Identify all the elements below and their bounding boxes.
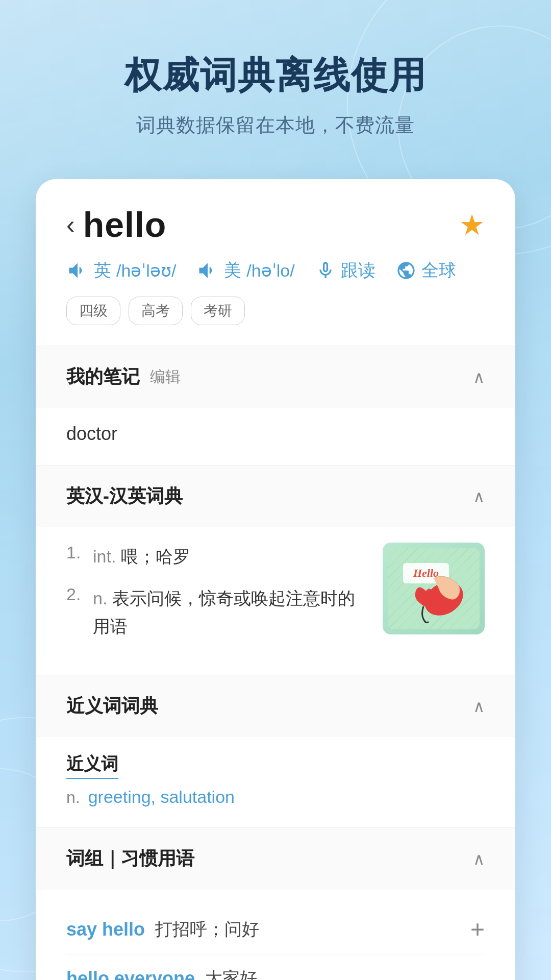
dictionary-card: ‹ hello ★ 英 /həˈləʊ/ 美 — [36, 179, 515, 980]
notes-title: 我的笔记 — [66, 364, 140, 389]
hero-subtitle: 词典数据保留在本地，不费流量 — [136, 112, 415, 138]
uk-phonetic-item[interactable]: 英 /həˈləʊ/ — [66, 259, 176, 282]
card-header: ‹ hello ★ 英 /həˈləʊ/ 美 — [36, 179, 515, 346]
phrase-en-1[interactable]: say hello — [66, 919, 145, 940]
synonyms-title: 近义词词典 — [66, 694, 158, 719]
main-word: hello — [83, 205, 167, 244]
page-content: 权威词典离线使用 词典数据保留在本地，不费流量 ‹ hello ★ 英 /həˈ… — [0, 0, 551, 980]
phrase-item-2: hello everyone 大家好 — [66, 954, 485, 980]
microphone-icon — [315, 260, 336, 281]
phrase-cn-1: 打招呼；问好 — [155, 918, 259, 941]
def-item-2: 2. n. 表示问候，惊奇或唤起注意时的用语 — [66, 584, 367, 640]
tag-yanyan: 考研 — [191, 297, 245, 325]
dictionary-title: 英汉-汉英词典 — [66, 484, 183, 509]
phrases-section: 词组｜习惯用语 ∧ say hello 打招呼；问好 + hello every… — [36, 828, 515, 980]
dictionary-section: 英汉-汉英词典 ∧ 1. int. 喂；哈罗 2. — [36, 465, 515, 675]
tag-cet4: 四级 — [66, 297, 120, 325]
back-arrow[interactable]: ‹ — [66, 212, 75, 237]
dict-definitions: 1. int. 喂；哈罗 2. n. 表示问候，惊奇或唤起注意时的用语 — [66, 543, 367, 654]
tags-row: 四级 高考 考研 — [66, 297, 485, 325]
svg-text:Hello: Hello — [413, 567, 439, 579]
def-text-2: n. 表示问候，惊奇或唤起注意时的用语 — [93, 584, 367, 640]
phone-svg: Hello — [388, 548, 480, 629]
notes-title-wrap: 我的笔记 编辑 — [66, 364, 181, 389]
phrase-cn-2: 大家好 — [205, 967, 257, 980]
us-phonetic-text: /həˈlo/ — [246, 260, 294, 281]
synonyms-section: 近义词词典 ∧ 近义词 n. greeting, salutation — [36, 675, 515, 828]
def-item-1: 1. int. 喂；哈罗 — [66, 543, 367, 570]
def-meaning-1: 喂；哈罗 — [121, 547, 190, 566]
synonyms-body: 近义词 n. greeting, salutation — [36, 737, 515, 827]
dictionary-section-header[interactable]: 英汉-汉英词典 ∧ — [36, 465, 515, 527]
def-meaning-2: 表示问候，惊奇或唤起注意时的用语 — [93, 589, 355, 635]
dict-content: 1. int. 喂；哈罗 2. n. 表示问候，惊奇或唤起注意时的用语 — [66, 543, 485, 654]
def-num-1: 1. — [66, 543, 87, 570]
dictionary-chevron-icon: ∧ — [473, 487, 485, 506]
global-label: 全球 — [421, 259, 456, 282]
phrase-add-1[interactable]: + — [470, 917, 485, 942]
notes-edit-button[interactable]: 编辑 — [150, 366, 181, 387]
synonym-label: 近义词 — [66, 752, 118, 779]
dictionary-body: 1. int. 喂；哈罗 2. n. 表示问候，惊奇或唤起注意时的用语 — [36, 527, 515, 675]
phrases-section-header[interactable]: 词组｜习惯用语 ∧ — [36, 828, 515, 890]
synonym-words: greeting, salutation — [88, 787, 235, 807]
synonym-pos: n. — [66, 788, 80, 807]
synonyms-chevron-icon: ∧ — [473, 697, 485, 716]
follow-read-label: 跟读 — [341, 259, 375, 282]
global-button[interactable]: 全球 — [396, 259, 456, 282]
phrases-title: 词组｜习惯用语 — [66, 846, 194, 871]
notes-content: doctor — [66, 423, 117, 444]
follow-read-button[interactable]: 跟读 — [315, 259, 375, 282]
us-label: 美 — [224, 259, 241, 282]
word-with-back: ‹ hello — [66, 205, 166, 244]
phrase-left-1: say hello 打招呼；问好 — [66, 918, 470, 941]
us-sound-icon — [196, 259, 219, 282]
phrases-body: say hello 打招呼；问好 + hello everyone 大家好 — [36, 890, 515, 980]
notes-section: 我的笔记 编辑 ∧ doctor — [36, 346, 515, 465]
def-pos-2: n. — [93, 589, 107, 608]
synonyms-section-header[interactable]: 近义词词典 ∧ — [36, 675, 515, 737]
notes-chevron-icon: ∧ — [473, 368, 485, 387]
phrase-left-2: hello everyone 大家好 — [66, 967, 485, 980]
hero-title: 权威词典离线使用 — [124, 51, 427, 100]
phrases-chevron-icon: ∧ — [473, 849, 485, 869]
def-num-2: 2. — [66, 584, 87, 640]
uk-sound-icon — [66, 259, 89, 282]
hello-illustration: Hello — [383, 543, 485, 634]
notes-body: doctor — [36, 408, 515, 465]
tag-gaokao: 高考 — [129, 297, 183, 325]
uk-label: 英 — [94, 259, 111, 282]
phrase-en-2[interactable]: hello everyone — [66, 968, 195, 980]
phonetics-row: 英 /həˈləʊ/ 美 /həˈlo/ 跟读 — [66, 259, 485, 282]
star-icon[interactable]: ★ — [459, 208, 485, 241]
def-pos-1: int. — [93, 547, 116, 566]
global-icon — [396, 260, 416, 281]
phrase-item-1: say hello 打招呼；问好 + — [66, 905, 485, 954]
us-phonetic-item[interactable]: 美 /həˈlo/ — [196, 259, 294, 282]
uk-phonetic-text: /həˈləʊ/ — [116, 260, 176, 281]
def-text-1: int. 喂；哈罗 — [93, 543, 190, 570]
synonym-row: n. greeting, salutation — [66, 787, 485, 807]
notes-section-header[interactable]: 我的笔记 编辑 ∧ — [36, 346, 515, 408]
word-row: ‹ hello ★ — [66, 205, 485, 244]
